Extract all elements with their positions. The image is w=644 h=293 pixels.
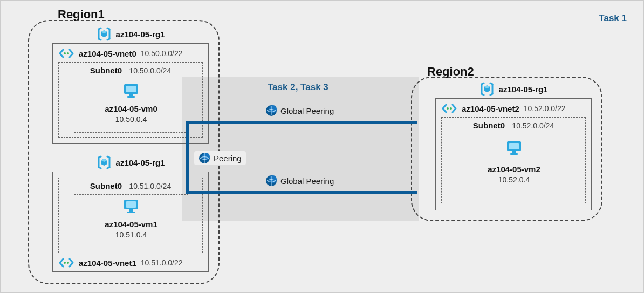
rg1b-subnet-row: Subnet0 10.51.0.0/24 [59,181,202,191]
task23-label: Task 2, Task 3 [268,82,328,93]
rg2-subnet-row: Subnet0 10.52.0.0/24 [442,121,585,131]
rg1a-subnet-name: Subnet0 [90,66,122,75]
local-peering-stub-bottom [186,191,205,194]
svg-point-2 [64,52,66,54]
global-peering-line-top [202,121,417,124]
global-peering-top-badge: Global Peering [265,105,334,117]
local-peering-badge: Peering [194,151,246,165]
local-peering-text: Peering [214,154,242,163]
vnet-icon [441,103,457,114]
svg-rect-7 [127,96,135,98]
rg1a-subnet-box: Subnet0 10.50.0.0/24 az104-05-vm0 10.50.… [58,62,203,138]
global-peering-line-bottom [202,191,417,194]
rg1a-vm-name: az104-05-vm0 [74,104,188,113]
resource-group-icon [97,27,112,41]
rg1b-vm-ip: 10.51.0.4 [74,230,188,239]
global-peering-bottom-text: Global Peering [280,176,334,186]
rg1a-vm-box: az104-05-vm0 10.50.0.4 [74,79,188,133]
local-peering-line [186,122,189,191]
rg1b-vnet-name: az104-05-vnet1 [79,258,136,268]
rg2-vm-name: az104-05-vm2 [457,165,571,174]
svg-point-19 [450,107,452,110]
resource-group-icon [479,82,495,96]
svg-point-14 [64,262,66,264]
local-peering-stub-top [186,121,205,124]
rg1b-subnet-cidr: 10.51.0.0/24 [129,182,171,190]
rg2-subnet-box: Subnet0 10.52.0.0/24 az104-05-vm2 10.52.… [441,117,586,203]
rg1a-name: az104-05-rg1 [116,30,165,39]
rg1a-vnet-name: az104-05-vnet0 [79,49,136,58]
globe-icon [265,105,277,117]
rg1a-vm-ip: 10.50.0.4 [74,115,188,124]
region2-title: Region2 [427,65,474,79]
rg2-vnet-name: az104-05-vnet2 [462,104,519,113]
rg2-box: az104-05-vnet2 10.52.0.0/22 Subnet0 10.5… [435,98,592,210]
globe-icon [198,152,210,164]
rg2-header: az104-05-rg1 [435,82,592,96]
vnet-icon [58,257,74,268]
rg1a-header: az104-05-rg1 [52,27,209,41]
rg1b-vnet-cidr: 10.51.0.0/22 [141,258,183,267]
rg1b-vm-box: az104-05-vm1 10.51.0.4 [74,194,188,248]
svg-rect-12 [129,209,133,212]
task23-band [182,77,419,221]
rg1a-subnet-row: Subnet0 10.50.0.0/24 [59,66,202,76]
rg1b-subnet-name: Subnet0 [90,181,122,190]
rg2-subnet-name: Subnet0 [473,121,505,130]
rg2-vm-box: az104-05-vm2 10.52.0.4 [457,134,571,197]
resource-group-icon [97,155,112,169]
rg2-name: az104-05-rg1 [499,85,548,94]
task-1-label: Task 1 [599,13,627,24]
vm-icon [74,83,188,101]
rg1a-vnet-cidr: 10.50.0.0/22 [141,49,183,58]
global-peering-top-text: Global Peering [280,106,334,115]
rg1a-vnet-row: az104-05-vnet0 10.50.0.0/22 [58,48,183,59]
svg-rect-22 [512,151,516,153]
svg-rect-11 [126,201,136,208]
vnet-icon [58,48,74,59]
svg-rect-6 [129,94,133,96]
diagram-canvas: Task 1 Region1 az104-05-rg1 [0,0,644,293]
svg-rect-13 [127,212,135,213]
svg-rect-23 [510,153,518,155]
svg-point-15 [67,262,69,264]
vm-icon [74,198,188,216]
rg1b-name: az104-05-rg1 [116,158,165,167]
region1-title: Region1 [58,8,105,22]
rg1b-vnet-row: az104-05-vnet1 10.51.0.0/22 [58,257,183,268]
rg1a-subnet-cidr: 10.50.0.0/24 [129,66,171,75]
rg2-vnet-cidr: 10.52.0.0/22 [524,104,566,113]
svg-rect-21 [509,143,519,149]
svg-rect-5 [126,86,136,92]
rg2-vnet-row: az104-05-vnet2 10.52.0.0/22 [441,103,566,114]
vm-icon [457,140,571,158]
svg-point-18 [447,107,449,110]
rg2-vm-ip: 10.52.0.4 [457,175,571,184]
global-peering-bottom-badge: Global Peering [265,175,334,187]
rg1b-subnet-box: Subnet0 10.51.0.0/24 az104-05-vm1 10.51.… [58,178,203,253]
rg1b-vm-name: az104-05-vm1 [74,220,188,229]
rg2-subnet-cidr: 10.52.0.0/24 [512,121,554,130]
svg-point-3 [67,52,69,54]
globe-icon [265,175,277,187]
